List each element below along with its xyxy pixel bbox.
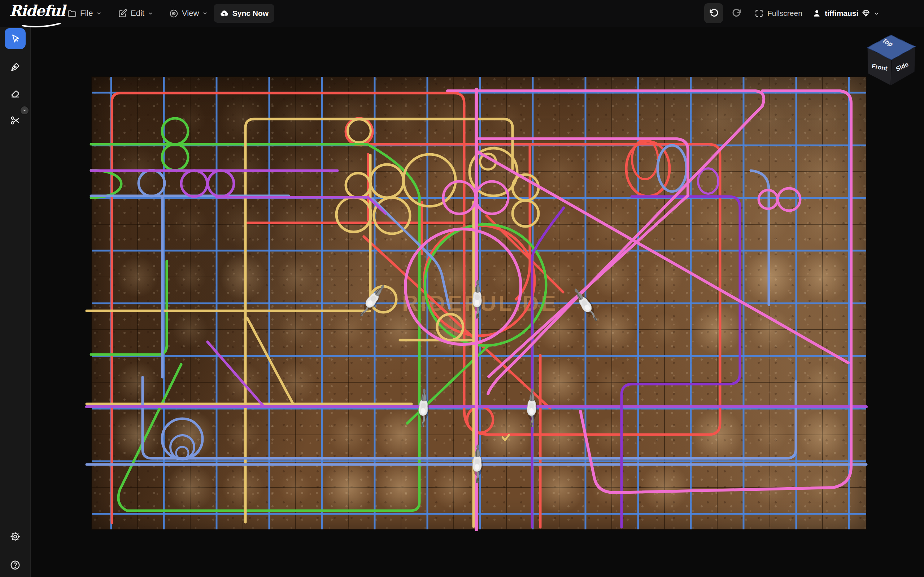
question-circle-icon [10,560,21,571]
tool-sidebar [0,27,31,577]
tool-select[interactable] [5,28,26,49]
undo-arrow-icon [708,8,719,19]
app-window: Rideful File Edit View [0,0,924,577]
sync-now-label: Sync Now [233,9,268,18]
corners-icon [754,9,764,18]
editor-canvas[interactable] [30,27,924,577]
menu-file[interactable]: File [67,0,102,27]
menu-edit-label: Edit [131,9,144,18]
tool-pen[interactable] [5,56,26,77]
menu-edit[interactable]: Edit [118,0,153,27]
folder-icon [67,9,77,18]
top-bar: Rideful File Edit View [0,0,924,27]
app-logo: Rideful [10,2,65,19]
fullscreen-label: Fullscreen [767,9,802,18]
scissors-submenu-badge[interactable] [20,106,29,115]
cursor-icon [10,33,21,44]
chevron-down-icon [96,10,102,16]
pencil-square-icon [118,9,128,18]
menu-view[interactable]: View [169,0,208,27]
scissors-icon [10,115,21,126]
pen-nib-icon [10,62,21,73]
menu-view-label: View [182,9,199,18]
person-icon [812,9,822,18]
gear-icon [10,531,21,542]
sync-now-button[interactable]: Sync Now [214,4,274,23]
redo-button[interactable] [729,3,745,23]
user-menu[interactable]: tiffimausi [812,0,880,27]
logo-underline [22,23,61,27]
fullscreen-button[interactable]: Fullscreen [754,0,802,27]
chevron-down-icon [23,108,27,113]
eraser-icon [10,88,21,99]
undo-button[interactable] [704,3,723,23]
gem-icon [861,9,870,18]
tool-eraser[interactable] [5,83,26,104]
redo-arrow-icon [732,8,743,19]
chevron-down-icon [202,10,208,16]
chevron-down-icon [148,10,153,16]
tool-settings[interactable] [5,526,26,547]
logo-text: Rideful [10,2,65,19]
eye-icon [169,9,179,18]
username: tiffimausi [825,9,858,18]
tool-help[interactable] [5,554,26,575]
view-cube[interactable]: Top Front Side [864,32,919,89]
cloud-upload-icon [220,9,229,18]
chevron-down-icon [874,10,880,16]
menu-file-label: File [80,9,93,18]
riding-arena[interactable] [92,77,866,529]
